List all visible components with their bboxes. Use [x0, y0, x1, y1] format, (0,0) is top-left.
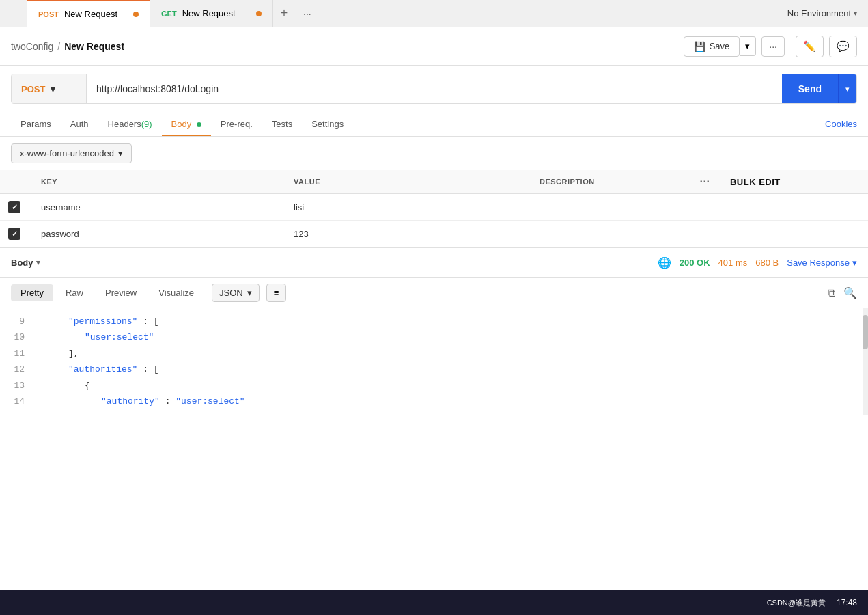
tab-params[interactable]: Params: [11, 112, 61, 136]
tab-prereq[interactable]: Pre-req.: [211, 112, 262, 136]
header-more-button[interactable]: ···: [761, 36, 785, 57]
edit-button[interactable]: ✏️: [796, 36, 824, 57]
response-time: 401 ms: [718, 258, 748, 268]
json-line-9-indent: "permissions" : [: [36, 314, 159, 329]
format-label: JSON: [219, 288, 243, 298]
col-header-bulk-edit: Bulk Edit: [722, 170, 868, 194]
copy-button[interactable]: ⧉: [828, 287, 835, 299]
save-dropdown-button[interactable]: ▾: [740, 36, 756, 56]
method-text: POST: [21, 84, 45, 94]
params-table-container: KEY VALUE DESCRIPTION ··· Bulk Edit user…: [0, 170, 868, 247]
tab-auth[interactable]: Auth: [61, 112, 98, 136]
get-tab-label: New Request: [182, 8, 236, 18]
format-chevron-icon: ▾: [247, 288, 252, 298]
tab-body-label: Body: [171, 119, 192, 129]
row1-checkbox[interactable]: [8, 201, 20, 213]
tab-body[interactable]: Body: [162, 112, 211, 136]
get-tab-dot: [256, 11, 262, 16]
post-tab[interactable]: POST New Request: [27, 0, 150, 27]
post-tab-dot: [133, 12, 139, 17]
header-actions: 💾 Save ▾ ··· ✏️ 💬: [684, 36, 857, 57]
scrollbar-thumb[interactable]: [863, 315, 868, 349]
header-bar: twoConfig / New Request 💾 Save ▾ ··· ✏️ …: [0, 27, 868, 66]
body-type-chevron-icon: ▾: [118, 148, 123, 159]
view-tab-visualize[interactable]: Visualize: [149, 284, 204, 301]
response-status: 200 OK: [680, 258, 710, 268]
scrollbar-track[interactable]: [863, 308, 868, 415]
table-row: username lisi: [0, 194, 868, 221]
line-num-9: 9: [11, 314, 36, 329]
tab-auth-label: Auth: [70, 119, 89, 129]
tab-prereq-label: Pre-req.: [221, 119, 253, 129]
response-size: 680 B: [755, 258, 779, 268]
view-tab-pretty[interactable]: Pretty: [11, 284, 53, 301]
col-header-more: ···: [688, 170, 722, 194]
view-tab-raw[interactable]: Raw: [56, 284, 93, 301]
comment-button[interactable]: 💬: [829, 36, 857, 57]
row2-value[interactable]: 123: [285, 221, 531, 247]
table-row: password 123: [0, 221, 868, 247]
save-button[interactable]: 💾 Save: [684, 36, 740, 57]
tab-headers[interactable]: Headers(9): [98, 112, 162, 136]
wrap-icon: ≡: [274, 288, 279, 298]
col-header-check: [0, 170, 33, 194]
row2-check: [0, 221, 33, 247]
line-num-11: 11: [11, 346, 36, 361]
new-tab-button[interactable]: +: [273, 0, 295, 27]
view-tab-preview[interactable]: Preview: [96, 284, 146, 301]
globe-icon: 🌐: [658, 256, 671, 269]
row1-value[interactable]: lisi: [285, 194, 531, 221]
table-more-icon[interactable]: ···: [700, 176, 710, 187]
body-type-selector[interactable]: x-www-form-urlencoded ▾: [11, 144, 132, 163]
line-num-13: 13: [11, 378, 36, 394]
tab-settings[interactable]: Settings: [302, 112, 353, 136]
method-selector[interactable]: POST ▾: [12, 74, 87, 103]
url-input[interactable]: [87, 74, 782, 103]
json-viewer: 9 "permissions" : [ 10 "user:select" 11 …: [0, 308, 868, 415]
method-chevron-icon: ▾: [51, 84, 55, 94]
breadcrumb-collection[interactable]: twoConfig: [11, 41, 53, 52]
row2-checkbox[interactable]: [8, 228, 20, 240]
json-line-11-indent: ],: [36, 346, 79, 361]
response-body-label: Body ▾: [11, 258, 40, 268]
bulk-edit-button[interactable]: Bulk Edit: [730, 177, 781, 187]
params-table: KEY VALUE DESCRIPTION ··· Bulk Edit user…: [0, 170, 868, 247]
env-label: No Environment: [787, 8, 851, 18]
response-header: Body ▾ 🌐 200 OK 401 ms 680 B Save Respon…: [0, 248, 868, 278]
tab-params-label: Params: [20, 119, 51, 129]
cookies-link[interactable]: Cookies: [825, 112, 857, 136]
tab-tests[interactable]: Tests: [262, 112, 302, 136]
row2-key[interactable]: password: [33, 221, 285, 247]
row1-description[interactable]: [531, 194, 688, 221]
breadcrumb-separator: /: [57, 41, 60, 52]
request-tabs-nav: Params Auth Headers(9) Body Pre-req. Tes…: [0, 112, 868, 137]
json-line-9: 9 "permissions" : [: [11, 314, 857, 329]
environment-selector[interactable]: No Environment ▾: [776, 8, 868, 18]
save-response-button[interactable]: Save Response ▾: [787, 258, 857, 268]
json-line-12-indent: "authorities" : [: [36, 361, 159, 377]
format-selector[interactable]: JSON ▾: [212, 284, 260, 302]
line-num-12: 12: [11, 361, 36, 377]
search-button[interactable]: 🔍: [843, 286, 857, 299]
line-num-10: 10: [11, 329, 36, 345]
headers-badge: (9): [141, 119, 152, 129]
json-line-10: 10 "user:select": [11, 329, 857, 345]
tab-settings-label: Settings: [311, 119, 344, 129]
row2-description[interactable]: [531, 221, 688, 247]
tab-more-button[interactable]: ···: [295, 8, 320, 19]
send-button[interactable]: Send: [782, 74, 838, 103]
json-line-13-indent: {: [36, 378, 90, 394]
response-area: Body ▾ 🌐 200 OK 401 ms 680 B Save Respon…: [0, 247, 868, 415]
col-header-key: KEY: [33, 170, 285, 194]
json-line-11: 11 ],: [11, 346, 857, 361]
row1-key[interactable]: username: [33, 194, 285, 221]
post-method-label: POST: [38, 10, 59, 18]
env-chevron-icon: ▾: [854, 10, 857, 17]
response-label-text: Body: [11, 258, 33, 268]
get-tab[interactable]: GET New Request: [150, 0, 273, 27]
save-icon: 💾: [694, 41, 705, 52]
response-chevron-icon[interactable]: ▾: [36, 258, 40, 267]
send-dropdown-button[interactable]: ▾: [838, 74, 856, 103]
row2-extra: [722, 221, 868, 247]
wrap-button[interactable]: ≡: [266, 284, 287, 302]
